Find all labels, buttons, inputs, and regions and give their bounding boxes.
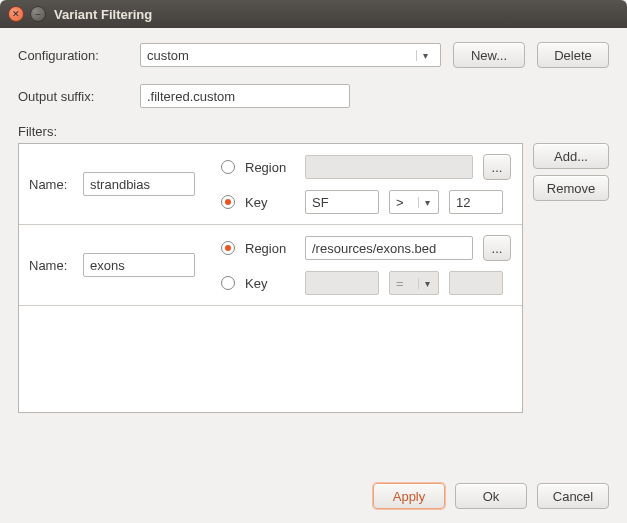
chevron-down-icon: ▾ — [418, 278, 436, 289]
window-title: Variant Filtering — [54, 7, 152, 22]
region-radio-label: Region — [245, 241, 295, 256]
filter-name-group: Name: — [29, 235, 209, 295]
region-path-input[interactable] — [305, 236, 473, 260]
filters-side-buttons: Add... Remove — [533, 143, 609, 413]
configuration-row: Configuration: custom ▾ New... Delete — [18, 42, 609, 68]
filter-body: Region ... Key = ▾ — [221, 235, 512, 295]
region-choice-row: Region ... — [221, 235, 512, 261]
browse-button[interactable]: ... — [483, 235, 511, 261]
configuration-combo[interactable]: custom ▾ — [140, 43, 441, 67]
minimize-icon[interactable]: – — [30, 6, 46, 22]
output-suffix-row: Output suffix: — [18, 84, 609, 108]
window-buttons: ✕ – — [8, 6, 46, 22]
filter-name-label: Name: — [29, 258, 75, 273]
delete-button[interactable]: Delete — [537, 42, 609, 68]
apply-button[interactable]: Apply — [373, 483, 445, 509]
chevron-down-icon: ▾ — [418, 197, 436, 208]
dialog-content: Configuration: custom ▾ New... Delete Ou… — [0, 28, 627, 427]
output-suffix-input[interactable] — [140, 84, 350, 108]
filter-name-label: Name: — [29, 177, 75, 192]
chevron-down-icon: ▾ — [416, 50, 434, 61]
remove-button[interactable]: Remove — [533, 175, 609, 201]
ok-button[interactable]: Ok — [455, 483, 527, 509]
configuration-combo-value: custom — [147, 48, 189, 63]
filter-name-group: Name: — [29, 154, 209, 214]
key-op-combo: = ▾ — [389, 271, 439, 295]
region-radio-label: Region — [245, 160, 295, 175]
key-value-input[interactable] — [449, 190, 503, 214]
key-op-value: > — [396, 195, 404, 210]
filter-row: Name: Region ... Key > — [19, 144, 522, 225]
filter-row: Name: Region ... Key = — [19, 225, 522, 306]
key-field-input[interactable] — [305, 190, 379, 214]
region-radio[interactable] — [221, 160, 235, 174]
output-suffix-label: Output suffix: — [18, 89, 128, 104]
region-choice-row: Region ... — [221, 154, 512, 180]
filter-body: Region ... Key > ▾ — [221, 154, 512, 214]
configuration-label: Configuration: — [18, 48, 128, 63]
key-value-input — [449, 271, 503, 295]
filter-name-input[interactable] — [83, 253, 195, 277]
key-op-value: = — [396, 276, 404, 291]
dialog-footer: Apply Ok Cancel — [373, 483, 609, 509]
region-path-input — [305, 155, 473, 179]
key-radio[interactable] — [221, 195, 235, 209]
key-choice-row: Key > ▾ — [221, 190, 512, 214]
filters-label: Filters: — [18, 124, 609, 139]
filter-name-input[interactable] — [83, 172, 195, 196]
filters-list: Name: Region ... Key > — [18, 143, 523, 413]
key-op-combo[interactable]: > ▾ — [389, 190, 439, 214]
close-icon[interactable]: ✕ — [8, 6, 24, 22]
key-choice-row: Key = ▾ — [221, 271, 512, 295]
new-button[interactable]: New... — [453, 42, 525, 68]
key-field-input — [305, 271, 379, 295]
add-button[interactable]: Add... — [533, 143, 609, 169]
region-radio[interactable] — [221, 241, 235, 255]
filters-area: Name: Region ... Key > — [18, 143, 609, 413]
key-radio-label: Key — [245, 195, 295, 210]
key-radio-label: Key — [245, 276, 295, 291]
browse-button: ... — [483, 154, 511, 180]
key-radio[interactable] — [221, 276, 235, 290]
cancel-button[interactable]: Cancel — [537, 483, 609, 509]
titlebar: ✕ – Variant Filtering — [0, 0, 627, 28]
